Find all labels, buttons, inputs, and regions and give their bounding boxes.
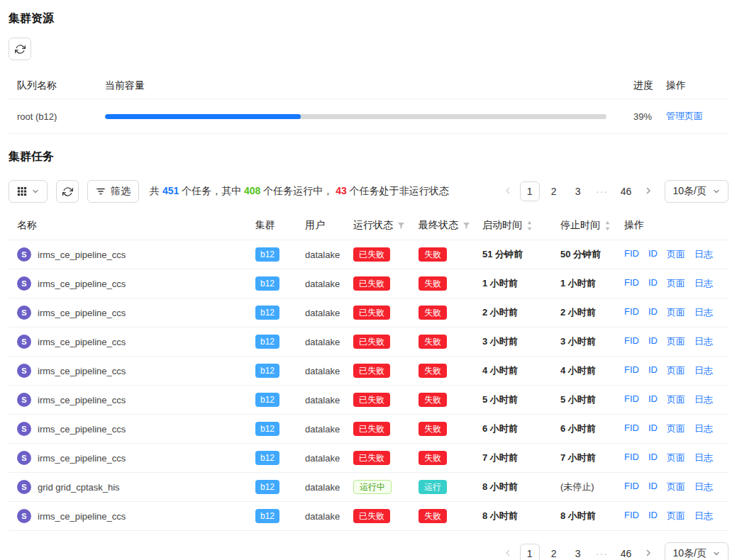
- pagination-page-3[interactable]: 3: [568, 544, 588, 560]
- filter-funnel-icon[interactable]: [462, 222, 470, 230]
- row-action-日志[interactable]: 日志: [694, 248, 713, 261]
- manage-page-link[interactable]: 管理页面: [666, 111, 703, 121]
- run-status-badge: 已失败: [353, 393, 390, 407]
- queue-name: root (b12): [9, 101, 96, 133]
- row-action-fid[interactable]: FID: [624, 364, 639, 377]
- row-action-页面[interactable]: 页面: [667, 364, 685, 377]
- resources-refresh-button[interactable]: [9, 38, 31, 60]
- run-status-badge: 已失败: [353, 335, 390, 349]
- start-time: 5 小时前: [474, 393, 552, 406]
- pagination-pages: 123···46: [520, 544, 636, 560]
- row-action-fid[interactable]: FID: [624, 393, 639, 406]
- task-name: irms_ce_pipeline_ccs: [38, 511, 126, 522]
- row-action-fid[interactable]: FID: [624, 510, 639, 522]
- row-action-fid[interactable]: FID: [624, 335, 639, 348]
- row-actions: FIDID页面日志: [616, 452, 728, 464]
- pagination-page-46[interactable]: 46: [616, 544, 636, 560]
- tasks-refresh-button[interactable]: [56, 180, 79, 203]
- pagination-next[interactable]: [641, 181, 656, 201]
- filter-funnel-icon[interactable]: [397, 222, 405, 230]
- row-action-fid[interactable]: FID: [624, 248, 639, 261]
- task-user: datalake: [297, 424, 345, 435]
- row-action-fid[interactable]: FID: [624, 422, 639, 435]
- col-start-time: 启动时间: [474, 211, 552, 240]
- pagination-page-2[interactable]: 2: [544, 544, 564, 560]
- row-action-id[interactable]: ID: [648, 248, 658, 261]
- pagination-page-3[interactable]: 3: [568, 181, 588, 201]
- run-status-badge: 运行中: [353, 480, 392, 494]
- row-action-fid[interactable]: FID: [624, 277, 639, 290]
- sorter-icon[interactable]: [526, 220, 533, 231]
- task-row: S irms_ce_pipeline_ccs b12 datalake 已失败 …: [9, 415, 728, 444]
- row-action-日志[interactable]: 日志: [694, 422, 713, 435]
- sorter-icon[interactable]: [604, 220, 611, 231]
- filter-button[interactable]: 筛选: [87, 180, 139, 203]
- row-action-日志[interactable]: 日志: [694, 481, 713, 493]
- row-action-页面[interactable]: 页面: [667, 248, 685, 261]
- final-status-badge: 运行: [419, 480, 447, 494]
- row-action-页面[interactable]: 页面: [667, 335, 685, 348]
- pagination-prev[interactable]: [500, 544, 516, 560]
- row-action-页面[interactable]: 页面: [667, 306, 685, 319]
- row-action-id[interactable]: ID: [648, 335, 658, 348]
- row-action-id[interactable]: ID: [648, 393, 658, 406]
- spark-avatar-icon: S: [17, 306, 31, 320]
- row-action-id[interactable]: ID: [648, 306, 658, 319]
- pagination-bottom: 123···46: [500, 544, 656, 560]
- task-user: datalake: [297, 250, 345, 260]
- row-action-日志[interactable]: 日志: [694, 510, 713, 522]
- layout-switch-button[interactable]: [9, 180, 48, 203]
- row-action-日志[interactable]: 日志: [694, 335, 713, 348]
- start-time: 8 小时前: [474, 510, 552, 522]
- row-action-id[interactable]: ID: [648, 510, 658, 522]
- row-action-日志[interactable]: 日志: [694, 306, 713, 319]
- row-action-页面[interactable]: 页面: [667, 277, 685, 290]
- row-action-页面[interactable]: 页面: [667, 393, 685, 406]
- pagination-pages: 123···46: [520, 181, 636, 201]
- pagination-page-46[interactable]: 46: [616, 181, 636, 201]
- row-action-fid[interactable]: FID: [624, 306, 639, 319]
- task-name: irms_ce_pipeline_ccs: [38, 453, 126, 464]
- row-action-fid[interactable]: FID: [624, 481, 639, 493]
- stop-time: 4 小时前: [552, 364, 616, 377]
- start-time: 1 小时前: [474, 277, 552, 290]
- row-action-id[interactable]: ID: [648, 481, 658, 493]
- col-stop-time: 停止时间: [552, 211, 616, 240]
- page-size-select[interactable]: 10条/页: [665, 542, 728, 560]
- task-user: datalake: [297, 453, 345, 464]
- spark-avatar-icon: S: [17, 335, 31, 349]
- run-status-badge: 已失败: [353, 364, 390, 378]
- row-actions: FIDID页面日志: [616, 277, 728, 290]
- row-action-日志[interactable]: 日志: [694, 277, 713, 290]
- row-action-日志[interactable]: 日志: [694, 393, 713, 406]
- row-action-页面[interactable]: 页面: [667, 481, 685, 493]
- task-summary: 共 451 个任务，其中 408 个任务运行中， 43 个任务处于非运行状态: [150, 185, 449, 198]
- row-action-id[interactable]: ID: [648, 422, 658, 435]
- col-resource-action: 操作: [658, 73, 728, 99]
- pagination-page-2[interactable]: 2: [544, 181, 564, 201]
- row-action-页面[interactable]: 页面: [667, 422, 685, 435]
- row-action-页面[interactable]: 页面: [667, 452, 685, 464]
- tasks-toolbar: 筛选 共 451 个任务，其中 408 个任务运行中， 43 个任务处于非运行状…: [9, 180, 728, 203]
- pagination-page-1[interactable]: 1: [520, 181, 540, 201]
- row-action-日志[interactable]: 日志: [694, 364, 713, 377]
- task-row: S irms_ce_pipeline_ccs b12 datalake 已失败 …: [9, 298, 728, 327]
- run-status-badge: 已失败: [353, 276, 390, 291]
- row-action-日志[interactable]: 日志: [694, 452, 713, 464]
- row-action-页面[interactable]: 页面: [667, 510, 685, 522]
- pagination-prev[interactable]: [500, 181, 516, 201]
- cluster-tag: b12: [255, 306, 279, 320]
- task-user: datalake: [297, 337, 345, 347]
- row-action-id[interactable]: ID: [648, 452, 658, 464]
- row-action-fid[interactable]: FID: [624, 452, 639, 464]
- pagination-page-1[interactable]: 1: [520, 544, 540, 560]
- chevron-left-icon: [504, 186, 512, 197]
- task-count-stopped: 43: [336, 185, 347, 196]
- pagination-next[interactable]: [641, 544, 656, 560]
- resources-table-header: 队列名称 当前容量 进度 操作: [9, 73, 728, 99]
- row-action-id[interactable]: ID: [648, 364, 658, 377]
- task-name: irms_ce_pipeline_ccs: [38, 424, 126, 435]
- page-size-select[interactable]: 10条/页: [665, 180, 728, 203]
- task-row: S irms_ce_pipeline_ccs b12 datalake 已失败 …: [9, 502, 728, 531]
- row-action-id[interactable]: ID: [648, 277, 658, 290]
